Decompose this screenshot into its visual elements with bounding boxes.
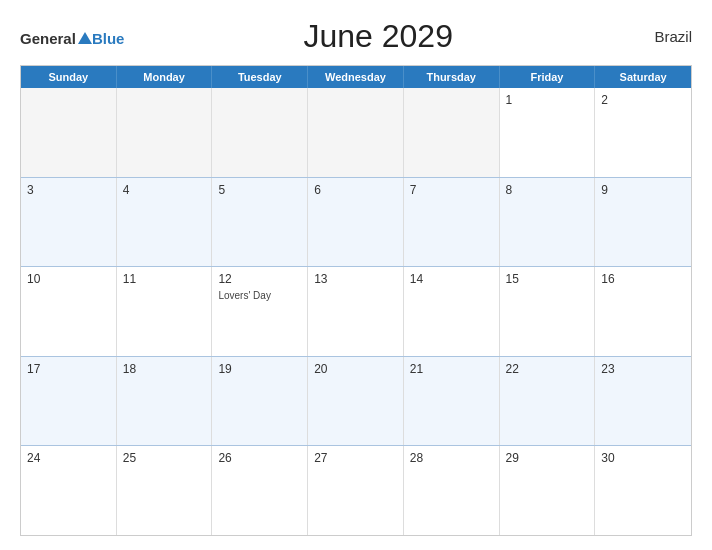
day-number: 6 [314,183,397,197]
day-cell: 18 [117,357,213,446]
day-header-friday: Friday [500,66,596,88]
day-number: 9 [601,183,685,197]
day-cell: 23 [595,357,691,446]
day-cell: 14 [404,267,500,356]
day-cell: 10 [21,267,117,356]
day-number: 4 [123,183,206,197]
day-header-saturday: Saturday [595,66,691,88]
day-headers-row: SundayMondayTuesdayWednesdayThursdayFrid… [21,66,691,88]
day-cell: 6 [308,178,404,267]
day-cell: 17 [21,357,117,446]
calendar-page: General Blue June 2029 Brazil SundayMond… [0,0,712,550]
day-cell: 28 [404,446,500,535]
day-cell: 2 [595,88,691,177]
day-number: 24 [27,451,110,465]
week-row-1: 12 [21,88,691,178]
day-number: 18 [123,362,206,376]
day-cell: 29 [500,446,596,535]
day-cell: 13 [308,267,404,356]
week-row-3: 101112Lovers' Day13141516 [21,267,691,357]
day-cell [404,88,500,177]
day-event: Lovers' Day [218,289,301,302]
day-cell: 21 [404,357,500,446]
day-number: 5 [218,183,301,197]
calendar-title: June 2029 [124,18,632,55]
day-cell: 25 [117,446,213,535]
day-number: 11 [123,272,206,286]
day-cell: 1 [500,88,596,177]
logo-triangle-icon [78,32,92,44]
day-cell: 12Lovers' Day [212,267,308,356]
day-number: 14 [410,272,493,286]
day-number: 10 [27,272,110,286]
weeks-container: 123456789101112Lovers' Day13141516171819… [21,88,691,535]
day-number: 15 [506,272,589,286]
day-cell: 26 [212,446,308,535]
day-cell: 27 [308,446,404,535]
day-number: 17 [27,362,110,376]
day-cell [117,88,213,177]
day-cell: 20 [308,357,404,446]
week-row-4: 17181920212223 [21,357,691,447]
week-row-2: 3456789 [21,178,691,268]
day-number: 12 [218,272,301,286]
day-number: 21 [410,362,493,376]
day-cell: 15 [500,267,596,356]
day-number: 16 [601,272,685,286]
day-number: 2 [601,93,685,107]
day-cell: 24 [21,446,117,535]
day-number: 28 [410,451,493,465]
day-header-sunday: Sunday [21,66,117,88]
day-cell [308,88,404,177]
day-cell: 8 [500,178,596,267]
day-number: 30 [601,451,685,465]
day-header-wednesday: Wednesday [308,66,404,88]
day-number: 13 [314,272,397,286]
week-row-5: 24252627282930 [21,446,691,535]
logo-blue-text: Blue [92,31,125,46]
day-header-tuesday: Tuesday [212,66,308,88]
day-number: 7 [410,183,493,197]
day-number: 22 [506,362,589,376]
day-cell: 4 [117,178,213,267]
day-cell: 30 [595,446,691,535]
day-header-monday: Monday [117,66,213,88]
day-cell: 9 [595,178,691,267]
calendar-grid: SundayMondayTuesdayWednesdayThursdayFrid… [20,65,692,536]
day-cell [212,88,308,177]
day-number: 25 [123,451,206,465]
day-cell: 22 [500,357,596,446]
day-number: 23 [601,362,685,376]
day-number: 8 [506,183,589,197]
logo: General Blue [20,28,124,46]
day-number: 29 [506,451,589,465]
day-header-thursday: Thursday [404,66,500,88]
day-number: 19 [218,362,301,376]
day-cell [21,88,117,177]
logo-general-text: General [20,31,76,46]
day-number: 27 [314,451,397,465]
day-cell: 7 [404,178,500,267]
day-number: 3 [27,183,110,197]
day-cell: 19 [212,357,308,446]
day-cell: 5 [212,178,308,267]
header: General Blue June 2029 Brazil [20,18,692,55]
day-cell: 16 [595,267,691,356]
day-cell: 11 [117,267,213,356]
country-label: Brazil [632,28,692,45]
day-number: 20 [314,362,397,376]
day-number: 1 [506,93,589,107]
day-cell: 3 [21,178,117,267]
day-number: 26 [218,451,301,465]
